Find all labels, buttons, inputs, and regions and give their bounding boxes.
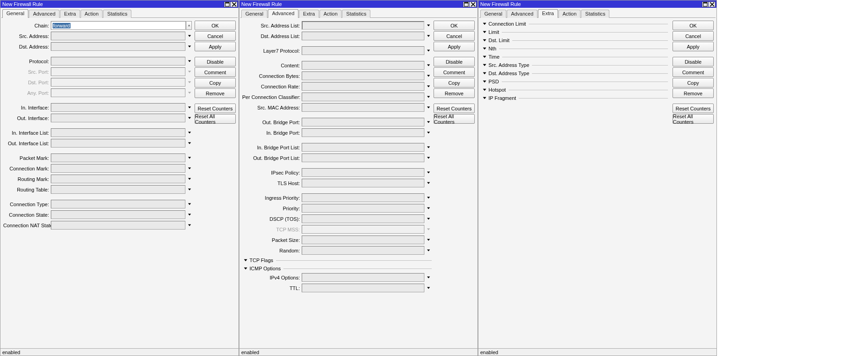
src-mac-address-field[interactable]: [302, 103, 424, 112]
apply-button[interactable]: Apply: [195, 42, 236, 51]
ok-button[interactable]: OK: [434, 21, 475, 30]
reset-all-counters-button[interactable]: Reset All Counters: [434, 114, 475, 124]
tab-statistics[interactable]: Statistics: [342, 10, 370, 18]
tab-extra[interactable]: Extra: [60, 10, 80, 18]
protocol-field[interactable]: [51, 57, 185, 66]
src-address-list-field[interactable]: [302, 21, 424, 30]
out-bridge-port-list-expand-icon[interactable]: [425, 153, 432, 162]
reset-counters-button[interactable]: Reset Counters: [673, 104, 714, 113]
disable-button[interactable]: Disable: [434, 57, 475, 66]
ipv4-options-expand-icon[interactable]: [425, 273, 432, 282]
chain-field[interactable]: forward: [51, 21, 186, 30]
in-interface-list-expand-icon[interactable]: [186, 128, 193, 137]
connection-state-field[interactable]: [51, 210, 185, 219]
titlebar[interactable]: New Firewall Rule: [0, 0, 239, 8]
tab-statistics[interactable]: Statistics: [103, 10, 131, 18]
remove-button[interactable]: Remove: [195, 88, 236, 98]
tcp-flags-expander[interactable]: TCP Flags: [242, 257, 432, 264]
tab-general[interactable]: General: [241, 10, 267, 18]
tab-advanced[interactable]: Advanced: [507, 10, 537, 18]
titlebar[interactable]: New Firewall Rule: [478, 0, 716, 8]
dst-address-list-field[interactable]: [302, 32, 424, 40]
ttl-expand-icon[interactable]: [425, 284, 432, 292]
tcp-mss-expand-icon[interactable]: [425, 225, 432, 234]
random-field[interactable]: [302, 246, 424, 255]
minimize-button[interactable]: [224, 1, 231, 7]
out-bridge-port-list-field[interactable]: [302, 153, 424, 162]
priority-expand-icon[interactable]: [425, 204, 432, 213]
remove-button[interactable]: Remove: [434, 88, 475, 98]
dst-port-expand-icon[interactable]: [186, 78, 193, 87]
src-port-expand-icon[interactable]: [186, 67, 193, 76]
hotspot-expander[interactable]: Hotspot: [481, 86, 668, 93]
ingress-priority-field[interactable]: [302, 193, 424, 202]
reset-all-counters-button[interactable]: Reset All Counters: [673, 114, 714, 124]
tab-statistics[interactable]: Statistics: [581, 10, 609, 18]
connection-type-field[interactable]: [51, 200, 185, 208]
ok-button[interactable]: OK: [195, 21, 236, 30]
connection-mark-expand-icon[interactable]: [186, 164, 193, 173]
close-button[interactable]: [231, 1, 238, 7]
ok-button[interactable]: OK: [673, 21, 714, 30]
content-expand-icon[interactable]: [425, 61, 432, 70]
in-interface-field[interactable]: [51, 103, 185, 112]
psd-expander[interactable]: PSD: [481, 78, 668, 85]
out-interface-expand-icon[interactable]: [186, 114, 193, 122]
connection-mark-field[interactable]: [51, 164, 185, 173]
dscp-tos-expand-icon[interactable]: [425, 214, 432, 223]
connection-rate-field[interactable]: [302, 82, 424, 91]
src-address-list-expand-icon[interactable]: [425, 21, 432, 30]
ipsec-policy-expand-icon[interactable]: [425, 168, 432, 177]
tab-extra[interactable]: Extra: [299, 10, 319, 18]
limit-expander[interactable]: Limit: [481, 28, 668, 36]
tab-action[interactable]: Action: [81, 10, 103, 18]
dst-address-expand-icon[interactable]: [186, 42, 193, 51]
in-interface-list-field[interactable]: [51, 128, 185, 137]
disable-button[interactable]: Disable: [195, 57, 236, 66]
dst-limit-expander[interactable]: Dst. Limit: [481, 37, 668, 44]
tab-advanced[interactable]: Advanced: [29, 10, 60, 18]
ttl-field[interactable]: [302, 284, 424, 292]
out-interface-field[interactable]: [51, 114, 185, 122]
ipsec-policy-field[interactable]: [302, 168, 424, 177]
time-expander[interactable]: Time: [481, 53, 668, 60]
out-bridge-port-field[interactable]: [302, 118, 424, 126]
comment-button[interactable]: Comment: [673, 67, 714, 77]
src-address-type-expander[interactable]: Src. Address Type: [481, 61, 668, 69]
tab-general[interactable]: General: [2, 9, 28, 18]
dst-address-type-expander[interactable]: Dst. Address Type: [481, 70, 668, 77]
routing-table-expand-icon[interactable]: [186, 185, 193, 194]
connection-nat-state-field[interactable]: [51, 221, 185, 230]
dst-address-list-expand-icon[interactable]: [425, 32, 432, 40]
icmp-options-expander[interactable]: ICMP Options: [242, 265, 432, 272]
tab-extra[interactable]: Extra: [538, 9, 558, 18]
per-connection-classifier-field[interactable]: [302, 93, 424, 101]
cancel-button[interactable]: Cancel: [434, 31, 475, 41]
priority-field[interactable]: [302, 204, 424, 213]
copy-button[interactable]: Copy: [434, 78, 475, 88]
packet-mark-expand-icon[interactable]: [186, 153, 193, 162]
ipv4-options-field[interactable]: [302, 273, 424, 282]
tab-action[interactable]: Action: [320, 10, 342, 18]
random-expand-icon[interactable]: [425, 246, 432, 255]
out-bridge-port-expand-icon[interactable]: [425, 118, 432, 126]
titlebar[interactable]: New Firewall Rule: [239, 0, 477, 8]
chain-dropdown-icon[interactable]: [186, 21, 192, 30]
packet-mark-field[interactable]: [51, 153, 185, 162]
src-address-field[interactable]: [51, 32, 185, 40]
copy-button[interactable]: Copy: [673, 78, 714, 88]
apply-button[interactable]: Apply: [673, 42, 714, 51]
reset-all-counters-button[interactable]: Reset All Counters: [195, 114, 236, 124]
packet-size-field[interactable]: [302, 236, 424, 244]
layer7-protocol-field[interactable]: [302, 46, 424, 55]
layer7-protocol-expand-icon[interactable]: [425, 46, 432, 55]
in-bridge-port-field[interactable]: [302, 128, 424, 137]
close-button[interactable]: [709, 1, 716, 7]
tab-action[interactable]: Action: [559, 10, 581, 18]
apply-button[interactable]: Apply: [434, 42, 475, 51]
in-interface-expand-icon[interactable]: [186, 103, 193, 112]
in-bridge-port-list-expand-icon[interactable]: [425, 143, 432, 152]
tab-advanced[interactable]: Advanced: [268, 9, 298, 18]
dst-address-field[interactable]: [51, 42, 185, 51]
packet-size-expand-icon[interactable]: [425, 236, 432, 244]
